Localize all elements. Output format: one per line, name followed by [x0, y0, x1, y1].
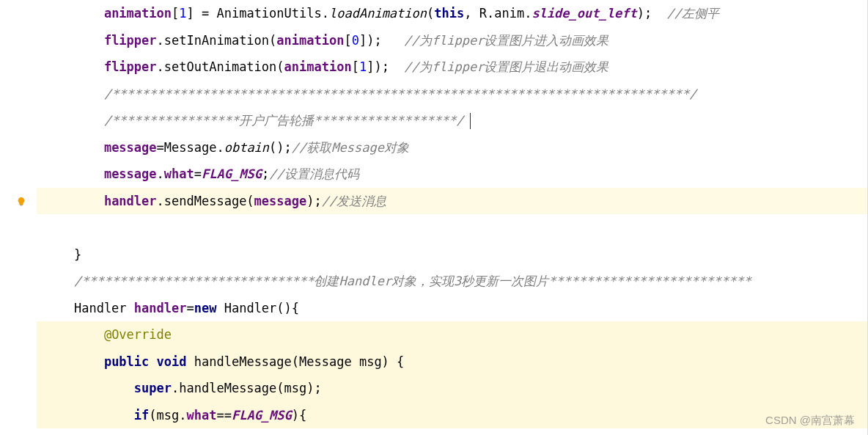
code-line[interactable]: flipper.setOutAnimation(animation[1]); /…	[37, 54, 868, 81]
code-line[interactable]: message=Message.obtain();//获取Message对象	[37, 134, 868, 161]
gutter	[0, 0, 37, 428]
svg-rect-0	[20, 205, 23, 205]
code-line[interactable]: Handler handler=new Handler(){	[37, 295, 868, 322]
code-line[interactable]: /*****************开户广告轮播****************…	[37, 107, 868, 134]
code-line[interactable]: }	[37, 241, 868, 268]
code-line[interactable]: public void handleMessage(Message msg) {	[37, 348, 868, 376]
code-line[interactable]: handler.sendMessage(message);//发送消息	[37, 188, 868, 215]
code-line[interactable]: super.handleMessage(msg);	[37, 375, 868, 402]
code-line[interactable]	[37, 214, 868, 241]
code-line[interactable]: /*******************************创建Handle…	[37, 268, 868, 295]
code-line[interactable]: /***************************************…	[37, 81, 868, 108]
lightbulb-icon[interactable]	[16, 197, 26, 207]
code-line[interactable]: @Override	[37, 321, 868, 348]
watermark: CSDN @南宫萧幕	[765, 414, 855, 428]
code-line[interactable]: message.what=FLAG_MSG;//设置消息代码	[37, 161, 868, 188]
code-line[interactable]: flipper.setInAnimation(animation[0]); //…	[37, 27, 868, 54]
code-line[interactable]: if(msg.what==FLAG_MSG){	[37, 402, 868, 429]
code-line[interactable]: animation[1] = AnimationUtils.loadAnimat…	[37, 0, 868, 27]
text-cursor	[470, 113, 471, 129]
code-editor[interactable]: animation[1] = AnimationUtils.loadAnimat…	[0, 0, 868, 428]
